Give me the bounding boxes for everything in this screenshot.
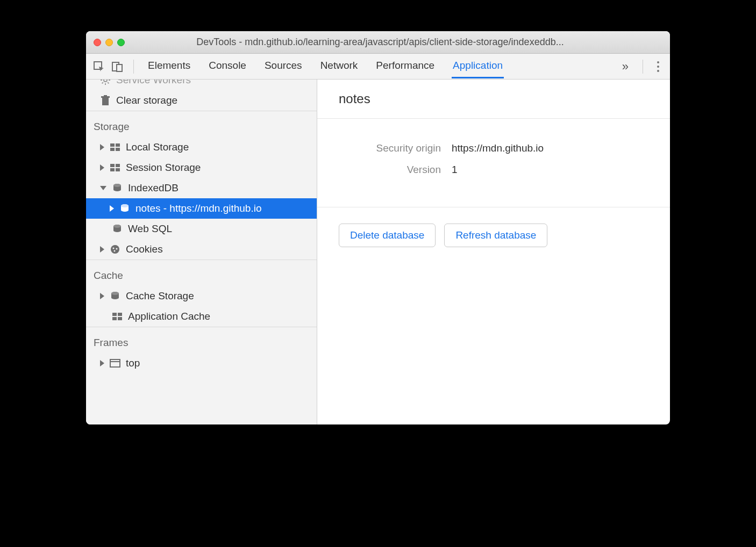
sidebar-section-cache: Cache <box>86 260 317 286</box>
frame-icon <box>110 358 120 369</box>
close-window-button[interactable] <box>94 39 101 46</box>
toolbar-separator <box>133 60 134 74</box>
window-title: DevTools - mdn.github.io/learning-area/j… <box>130 37 662 48</box>
database-title: notes <box>317 80 670 119</box>
svg-line-9 <box>108 82 109 83</box>
inspect-element-icon[interactable] <box>91 59 106 74</box>
table-icon <box>110 162 120 173</box>
tab-application[interactable]: Application <box>452 54 504 78</box>
sidebar-item-label: Application Cache <box>128 311 210 322</box>
database-icon <box>112 183 123 193</box>
tab-sources[interactable]: Sources <box>263 54 303 78</box>
sidebar-item-notes-db[interactable]: notes - https://mdn.github.io <box>86 198 317 219</box>
sidebar-item-local-storage[interactable]: Local Storage <box>86 137 317 157</box>
chevron-right-icon <box>110 205 114 212</box>
security-origin-label: Security origin <box>339 142 452 154</box>
sidebar-item-cookies[interactable]: Cookies <box>86 239 317 260</box>
version-value: 1 <box>452 164 458 176</box>
svg-point-20 <box>113 225 121 228</box>
main-content: notes Security origin https://mdn.github… <box>317 80 670 424</box>
gear-icon <box>100 80 111 85</box>
settings-menu-button[interactable] <box>652 61 665 72</box>
application-sidebar: Service Workers Clear storage Storage Lo… <box>86 80 317 424</box>
maximize-window-button[interactable] <box>117 39 125 46</box>
sidebar-item-indexeddb[interactable]: IndexedDB <box>86 178 317 198</box>
sidebar-item-label: Local Storage <box>126 141 189 153</box>
tab-elements[interactable]: Elements <box>147 54 191 78</box>
svg-rect-2 <box>117 64 122 71</box>
sidebar-item-cache-storage[interactable]: Cache Storage <box>86 286 317 306</box>
svg-rect-12 <box>102 98 109 105</box>
sidebar-item-label: Clear storage <box>116 95 177 106</box>
svg-point-22 <box>113 248 115 249</box>
traffic-lights <box>94 39 125 46</box>
database-icon <box>119 203 130 214</box>
sidebar-item-label: Web SQL <box>128 223 172 235</box>
kv-version: Version 1 <box>339 164 648 176</box>
devtools-toolbar: Elements Console Sources Network Perform… <box>86 54 670 80</box>
delete-database-button[interactable]: Delete database <box>339 224 436 247</box>
version-label: Version <box>339 164 452 176</box>
sidebar-item-websql[interactable]: Web SQL <box>86 219 317 239</box>
panel-tabs: Elements Console Sources Network Perform… <box>142 54 614 78</box>
sidebar-item-label: top <box>126 357 140 369</box>
chevron-right-icon <box>100 164 104 171</box>
svg-point-3 <box>104 80 107 82</box>
kv-security-origin: Security origin https://mdn.github.io <box>339 142 648 154</box>
more-tabs-button[interactable]: » <box>617 60 634 74</box>
sidebar-item-session-storage[interactable]: Session Storage <box>86 157 317 178</box>
svg-point-18 <box>121 204 129 207</box>
device-toggle-icon[interactable] <box>110 59 125 74</box>
sidebar-item-clear-storage[interactable]: Clear storage <box>86 90 317 111</box>
chevron-right-icon <box>100 246 104 253</box>
toolbar-separator <box>643 60 643 74</box>
trash-icon <box>100 95 111 106</box>
sidebar-item-service-workers[interactable]: Service Workers <box>86 80 317 90</box>
database-icon <box>110 291 120 301</box>
chevron-right-icon <box>100 293 104 299</box>
svg-rect-14 <box>104 95 107 96</box>
svg-point-26 <box>111 292 119 295</box>
chevron-right-icon <box>100 144 104 150</box>
security-origin-value: https://mdn.github.io <box>452 142 544 154</box>
database-icon <box>112 224 123 234</box>
svg-point-23 <box>116 248 118 250</box>
minimize-window-button[interactable] <box>105 39 113 46</box>
tab-performance[interactable]: Performance <box>375 54 436 78</box>
refresh-database-button[interactable]: Refresh database <box>444 224 547 247</box>
svg-point-21 <box>111 245 119 254</box>
sidebar-item-label: Service Workers <box>116 80 191 86</box>
svg-rect-13 <box>101 96 110 98</box>
svg-rect-27 <box>110 359 120 367</box>
sidebar-item-frame-top[interactable]: top <box>86 353 317 373</box>
tab-network[interactable]: Network <box>319 54 359 78</box>
cookie-icon <box>110 244 120 255</box>
sidebar-item-label: IndexedDB <box>128 182 179 194</box>
database-details: Security origin https://mdn.github.io Ve… <box>317 119 670 207</box>
table-icon <box>112 311 123 322</box>
svg-point-24 <box>114 250 116 252</box>
svg-point-16 <box>113 184 121 187</box>
tab-console[interactable]: Console <box>208 54 247 78</box>
sidebar-section-storage: Storage <box>86 111 317 137</box>
table-icon <box>110 142 120 153</box>
chevron-right-icon <box>100 360 104 366</box>
sidebar-item-label: Session Storage <box>126 162 201 174</box>
chevron-down-icon <box>100 186 106 190</box>
sidebar-section-frames: Frames <box>86 327 317 353</box>
sidebar-item-label: Cookies <box>126 243 163 255</box>
window-titlebar: DevTools - mdn.github.io/learning-area/j… <box>86 31 670 54</box>
svg-line-10 <box>102 82 103 83</box>
sidebar-item-label: notes - https://mdn.github.io <box>135 203 261 214</box>
panel-body: Service Workers Clear storage Storage Lo… <box>86 80 670 424</box>
sidebar-item-label: Cache Storage <box>126 290 194 302</box>
devtools-window: DevTools - mdn.github.io/learning-area/j… <box>86 31 670 424</box>
action-buttons: Delete database Refresh database <box>317 207 670 263</box>
sidebar-item-application-cache[interactable]: Application Cache <box>86 306 317 327</box>
